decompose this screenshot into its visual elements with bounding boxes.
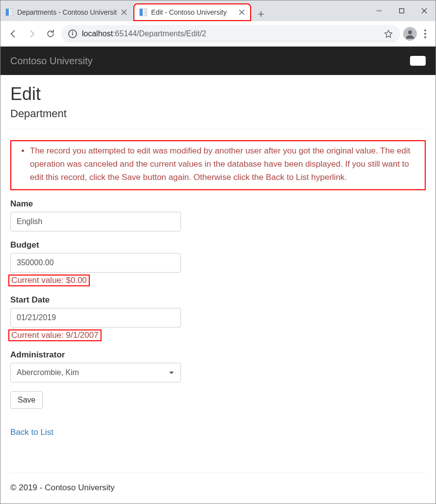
page-subtitle: Department xyxy=(10,107,426,120)
tab-edit-active[interactable]: Edit - Contoso University xyxy=(133,3,251,21)
field-admin-group: Administrator Abercrombie, Kim xyxy=(10,350,426,382)
url-host: localhost xyxy=(82,29,113,38)
svg-point-1 xyxy=(408,30,412,34)
startdate-label: Start Date xyxy=(10,295,426,305)
window-maximize-button[interactable] xyxy=(390,3,413,19)
field-name-group: Name xyxy=(10,199,426,231)
footer-rule xyxy=(10,473,426,473)
navbar-toggle-button[interactable] xyxy=(410,56,426,66)
name-input[interactable] xyxy=(10,212,181,231)
save-button[interactable]: Save xyxy=(10,391,43,409)
back-to-list-link[interactable]: Back to List xyxy=(10,428,53,437)
close-tab-icon[interactable] xyxy=(121,9,128,16)
window-close-button[interactable] xyxy=(413,3,436,19)
nav-reload-button[interactable] xyxy=(43,26,58,42)
form-actions: Save xyxy=(10,391,426,409)
close-tab-icon[interactable] xyxy=(238,9,245,16)
url-path: /Departments/Edit/2 xyxy=(137,29,206,38)
validation-summary: The record you attempted to edit was mod… xyxy=(10,140,426,190)
nav-back-button[interactable] xyxy=(5,26,21,42)
field-startdate-group: Start Date Current value: 9/1/2007 xyxy=(10,295,426,341)
bookmark-star-icon[interactable] xyxy=(384,29,393,39)
footer-text: © 2019 - Contoso University xyxy=(10,483,115,492)
admin-label: Administrator xyxy=(10,350,426,360)
startdate-validation-message: Current value: 9/1/2007 xyxy=(8,329,102,341)
browser-toolbar: i localhost:65144/Departments/Edit/2 xyxy=(0,21,436,47)
page-favicon-icon xyxy=(139,8,147,16)
browser-menu-icon[interactable] xyxy=(420,29,431,38)
startdate-input[interactable] xyxy=(10,308,181,328)
name-label: Name xyxy=(10,199,426,209)
browser-chrome: Departments - Contoso Universit Edit - C… xyxy=(0,0,436,47)
page-favicon-icon xyxy=(5,8,13,16)
budget-validation-message: Current value: $0.00 xyxy=(8,275,90,286)
nav-forward-button[interactable] xyxy=(24,26,40,42)
svg-rect-0 xyxy=(400,9,404,13)
window-buttons xyxy=(368,3,436,19)
validation-summary-message: The record you attempted to edit was mod… xyxy=(30,144,420,184)
page-content: Edit Department The record you attempted… xyxy=(0,75,436,462)
app-navbar: Contoso University xyxy=(0,47,436,75)
browser-tabs: Departments - Contoso Universit Edit - C… xyxy=(0,0,268,21)
address-bar[interactable]: i localhost:65144/Departments/Edit/2 xyxy=(61,25,400,43)
url-text: localhost:65144/Departments/Edit/2 xyxy=(82,29,379,38)
navbar-brand[interactable]: Contoso University xyxy=(10,55,93,67)
tab-title: Departments - Contoso Universit xyxy=(17,8,117,16)
budget-input[interactable] xyxy=(10,253,181,273)
budget-label: Budget xyxy=(10,240,426,250)
admin-select[interactable]: Abercrombie, Kim xyxy=(10,363,181,382)
field-budget-group: Budget Current value: $0.00 xyxy=(10,240,426,286)
site-info-icon[interactable]: i xyxy=(68,29,77,38)
window-minimize-button[interactable] xyxy=(368,3,390,19)
tab-departments[interactable]: Departments - Contoso Universit xyxy=(0,3,132,21)
new-tab-button[interactable]: + xyxy=(254,7,268,21)
profile-avatar-icon[interactable] xyxy=(403,27,417,41)
tab-title: Edit - Contoso University xyxy=(151,8,234,16)
page-title: Edit xyxy=(10,84,426,104)
page-footer: © 2019 - Contoso University xyxy=(0,462,436,504)
browser-titlebar: Departments - Contoso Universit Edit - C… xyxy=(0,0,436,21)
horizontal-rule xyxy=(10,129,426,129)
url-port: :65144 xyxy=(113,29,137,38)
